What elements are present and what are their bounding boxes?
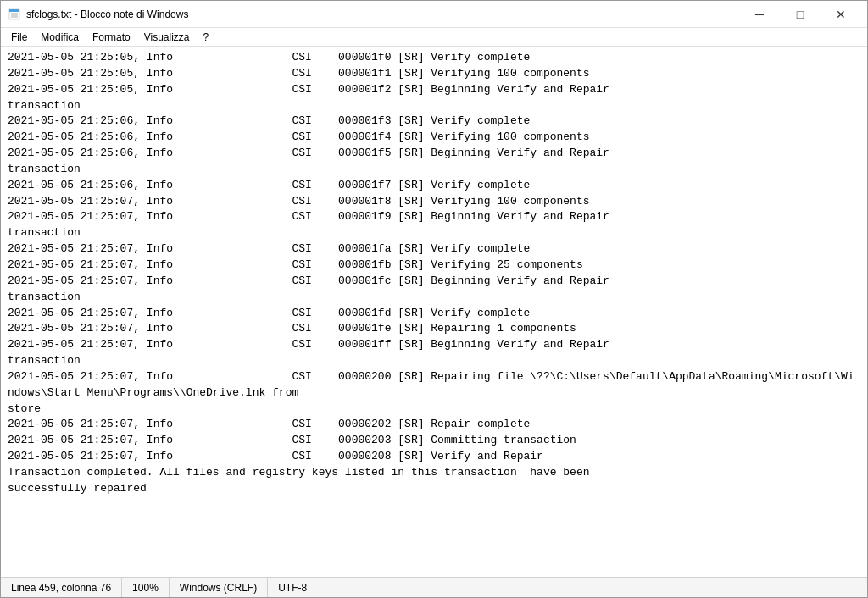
menu-modifica[interactable]: Modifica	[34, 30, 86, 45]
close-button[interactable]: ✕	[821, 1, 860, 28]
menu-formato[interactable]: Formato	[86, 30, 137, 45]
menu-file[interactable]: File	[4, 30, 34, 45]
status-zoom: 100%	[122, 578, 170, 597]
text-editor[interactable]: 2021-05-05 21:25:05, Info CSI 000001f0 […	[1, 47, 867, 577]
window-controls: ─ □ ✕	[740, 1, 860, 28]
status-bar: Linea 459, colonna 76 100% Windows (CRLF…	[1, 577, 867, 597]
content-area: 2021-05-05 21:25:05, Info CSI 000001f0 […	[1, 47, 867, 577]
status-line-col: Linea 459, colonna 76	[1, 578, 122, 597]
notepad-window: sfclogs.txt - Blocco note di Windows ─ □…	[0, 0, 868, 598]
window-title: sfclogs.txt - Blocco note di Windows	[26, 8, 740, 20]
status-encoding: UTF-8	[268, 578, 317, 597]
menu-bar: File Modifica Formato Visualizza ?	[1, 28, 867, 47]
menu-visualizza[interactable]: Visualizza	[137, 30, 197, 45]
status-line-ending: Windows (CRLF)	[170, 578, 268, 597]
maximize-button[interactable]: □	[781, 1, 820, 28]
svg-rect-1	[9, 9, 19, 12]
menu-help[interactable]: ?	[197, 30, 216, 45]
minimize-button[interactable]: ─	[740, 1, 779, 28]
title-bar: sfclogs.txt - Blocco note di Windows ─ □…	[1, 1, 867, 28]
app-icon	[8, 8, 21, 21]
